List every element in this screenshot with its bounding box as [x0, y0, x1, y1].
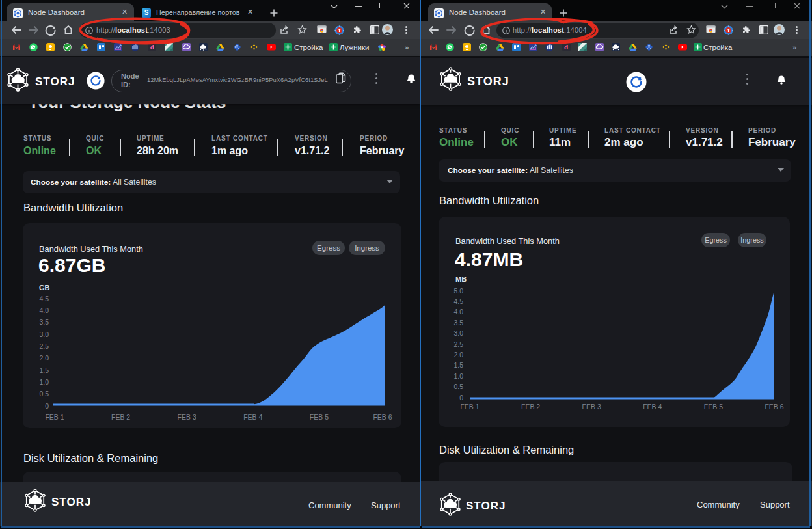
svg-text:2.5: 2.5 [39, 342, 49, 350]
svg-text:0.5: 0.5 [453, 383, 463, 390]
svg-text:0: 0 [45, 402, 49, 410]
svg-text:4.0: 4.0 [39, 306, 49, 314]
svg-text:2.0: 2.0 [39, 354, 49, 362]
svg-text:1.5: 1.5 [39, 366, 49, 374]
svg-text:1.0: 1.0 [453, 372, 463, 380]
svg-text:3.5: 3.5 [39, 318, 49, 326]
svg-text:2.0: 2.0 [453, 351, 463, 359]
svg-text:5.0: 5.0 [453, 287, 463, 295]
svg-text:4.5: 4.5 [39, 295, 49, 303]
svg-text:FEB 3: FEB 3 [178, 413, 196, 421]
svg-text:4.0: 4.0 [453, 308, 463, 316]
svg-text:FEB 5: FEB 5 [704, 403, 723, 411]
svg-text:FEB 5: FEB 5 [310, 413, 329, 421]
svg-text:FEB 4: FEB 4 [643, 403, 662, 411]
svg-text:1.0: 1.0 [39, 378, 49, 386]
svg-text:FEB 2: FEB 2 [111, 413, 130, 421]
svg-text:1.5: 1.5 [453, 361, 463, 369]
svg-text:FEB 1: FEB 1 [460, 403, 479, 411]
svg-text:FEB 3: FEB 3 [582, 403, 601, 411]
svg-text:FEB 4: FEB 4 [243, 413, 262, 421]
svg-text:0: 0 [459, 394, 463, 401]
svg-text:FEB 6: FEB 6 [765, 403, 783, 411]
svg-text:3.5: 3.5 [453, 319, 463, 327]
svg-text:3.0: 3.0 [39, 331, 49, 338]
svg-text:FEB 6: FEB 6 [373, 413, 392, 421]
svg-text:4.5: 4.5 [453, 297, 463, 305]
svg-text:FEB 2: FEB 2 [521, 403, 540, 411]
svg-text:FEB 1: FEB 1 [45, 413, 64, 421]
svg-text:2.5: 2.5 [453, 340, 463, 348]
svg-text:3.0: 3.0 [453, 329, 463, 337]
svg-text:0.5: 0.5 [39, 390, 49, 398]
